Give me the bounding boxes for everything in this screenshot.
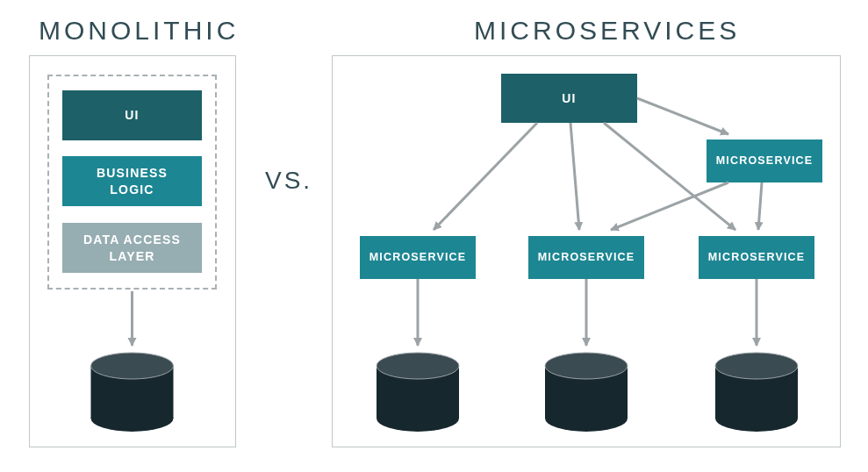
ms-row-2-box: MICROSERVICE — [699, 236, 814, 279]
ms-row-1-box: MICROSERVICE — [528, 236, 644, 279]
title-monolithic: MONOLITHIC — [39, 16, 239, 46]
ms-row-0-box: MICROSERVICE — [360, 236, 476, 279]
monolithic-data-access-box: DATA ACCESSLAYER — [62, 223, 202, 273]
monolithic-ui-box: UI — [62, 90, 202, 140]
ms-ui-box: UI — [501, 74, 637, 123]
ms-top-right-box: MICROSERVICE — [707, 139, 822, 182]
monolithic-business-logic-box: BUSINESSLOGIC — [62, 156, 202, 206]
vs-label: VS. — [265, 167, 312, 195]
title-microservices: MICROSERVICES — [474, 16, 740, 46]
